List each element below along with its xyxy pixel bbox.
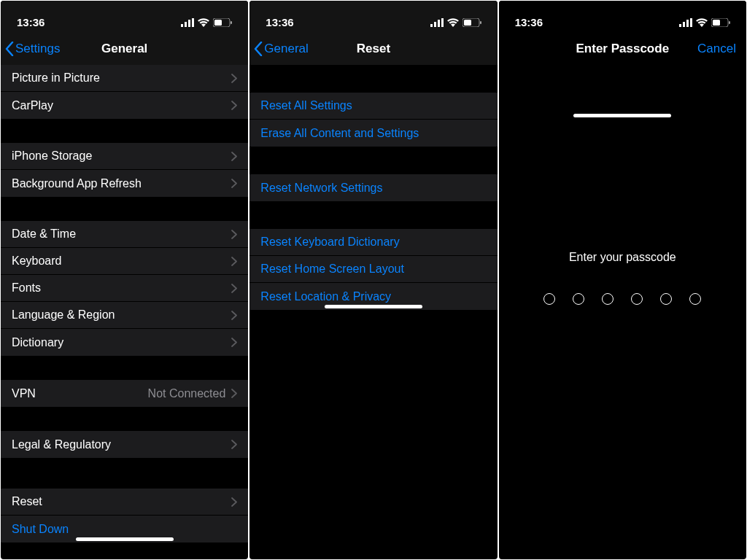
row-reset[interactable]: Reset [1, 489, 248, 516]
chevron-right-icon [231, 230, 237, 239]
row-label: Reset Network Settings [260, 182, 382, 195]
status-bar: 13:36 [249, 1, 497, 33]
screen-general: 13:36 Settings General Picture in Pictur… [1, 1, 248, 559]
svg-rect-19 [713, 20, 720, 26]
row-date-time[interactable]: Date & Time [1, 221, 248, 248]
row-label: Fonts [12, 281, 41, 295]
row-reset-home-screen-layout[interactable]: Reset Home Screen Layout [249, 256, 497, 283]
screen-reset: 13:36 General Reset Reset All Settings E… [249, 1, 497, 559]
passcode-dot [543, 293, 555, 305]
chevron-left-icon [254, 42, 263, 56]
chevron-right-icon [231, 389, 237, 398]
battery-icon [711, 18, 730, 27]
back-label: General [264, 42, 308, 56]
status-bar: 13:36 [499, 1, 746, 33]
cancel-label: Cancel [697, 42, 736, 55]
passcode-dot [573, 293, 584, 305]
passcode-dot [602, 293, 614, 305]
svg-rect-10 [441, 18, 444, 27]
row-legal-regulatory[interactable]: Legal & Regulatory [1, 431, 248, 458]
passcode-dot [660, 293, 672, 305]
row-label: Keyboard [12, 254, 62, 268]
row-label: Reset All Settings [260, 99, 352, 112]
svg-rect-17 [690, 18, 692, 27]
svg-rect-16 [686, 20, 689, 27]
vpn-status: Not Connected [148, 387, 226, 400]
row-label: Background App Refresh [12, 177, 142, 190]
row-label: VPN [12, 387, 36, 400]
row-reset-keyboard-dictionary[interactable]: Reset Keyboard Dictionary [249, 229, 497, 256]
chevron-right-icon [231, 440, 237, 449]
row-carplay[interactable]: CarPlay [1, 92, 248, 119]
status-time: 13:36 [515, 16, 543, 28]
chevron-left-icon [5, 42, 14, 56]
svg-rect-20 [729, 21, 730, 24]
chevron-right-icon [231, 284, 237, 293]
row-label: CarPlay [12, 99, 53, 112]
wifi-icon [696, 18, 708, 27]
row-label: Erase All Content and Settings [260, 127, 419, 140]
row-background-app-refresh[interactable]: Background App Refresh [1, 170, 248, 197]
svg-rect-5 [214, 20, 222, 26]
nav-bar: General Reset [249, 33, 497, 65]
settings-list: Picture in Picture CarPlay iPhone Storag… [1, 65, 248, 542]
chevron-right-icon [231, 311, 237, 320]
svg-rect-0 [181, 24, 183, 27]
passcode-prompt: Enter your passcode [499, 251, 746, 264]
row-fonts[interactable]: Fonts [1, 275, 248, 302]
status-icons [430, 18, 481, 27]
battery-icon [213, 18, 232, 27]
svg-rect-1 [185, 22, 187, 27]
wifi-icon [198, 18, 209, 27]
row-label: Dictionary [12, 336, 63, 349]
chevron-right-icon [231, 257, 237, 266]
row-label: Reset Keyboard Dictionary [260, 236, 399, 249]
home-indicator[interactable] [573, 114, 671, 117]
svg-rect-8 [434, 22, 436, 27]
svg-rect-14 [679, 24, 681, 27]
row-picture-in-picture[interactable]: Picture in Picture [1, 65, 248, 92]
svg-rect-9 [438, 20, 440, 27]
back-button[interactable]: Settings [5, 42, 60, 56]
nav-title: Reset [357, 42, 390, 56]
cellular-icon [181, 18, 194, 27]
home-indicator[interactable] [325, 305, 422, 308]
row-erase-all-content[interactable]: Erase All Content and Settings [249, 120, 497, 147]
nav-bar: Enter Passcode Cancel [499, 33, 746, 65]
row-iphone-storage[interactable]: iPhone Storage [1, 143, 248, 170]
nav-title: General [101, 42, 147, 56]
svg-rect-13 [480, 21, 481, 24]
row-dictionary[interactable]: Dictionary [1, 329, 248, 356]
status-icons [181, 18, 232, 27]
row-keyboard[interactable]: Keyboard [1, 248, 248, 275]
nav-title: Enter Passcode [576, 42, 670, 56]
cancel-button[interactable]: Cancel [697, 42, 736, 56]
svg-rect-2 [188, 20, 190, 27]
row-label: iPhone Storage [12, 149, 92, 163]
passcode-area: Enter your passcode [499, 251, 746, 305]
screen-enter-passcode: 13:36 Enter Passcode Cancel Enter your p… [499, 1, 746, 559]
cellular-icon [430, 18, 444, 27]
row-vpn[interactable]: VPN Not Connected [1, 380, 248, 407]
status-time: 13:36 [266, 16, 293, 28]
cellular-icon [679, 18, 692, 27]
row-label: Reset Location & Privacy [260, 290, 391, 303]
svg-rect-12 [464, 20, 471, 26]
battery-icon [462, 18, 481, 27]
row-label: Reset Home Screen Layout [260, 262, 404, 276]
svg-rect-6 [231, 21, 232, 24]
row-label: Shut Down [12, 523, 69, 536]
chevron-right-icon [231, 179, 237, 188]
back-label: Settings [15, 42, 60, 56]
row-reset-all-settings[interactable]: Reset All Settings [249, 93, 497, 120]
status-time: 13:36 [17, 16, 44, 28]
home-indicator[interactable] [76, 537, 174, 541]
row-language-region[interactable]: Language & Region [1, 302, 248, 329]
status-icons [679, 18, 730, 27]
chevron-right-icon [231, 497, 237, 507]
back-button[interactable]: General [254, 42, 308, 56]
wifi-icon [447, 18, 459, 27]
reset-list: Reset All Settings Erase All Content and… [249, 93, 497, 310]
row-reset-network-settings[interactable]: Reset Network Settings [249, 174, 497, 201]
svg-rect-3 [192, 18, 194, 27]
